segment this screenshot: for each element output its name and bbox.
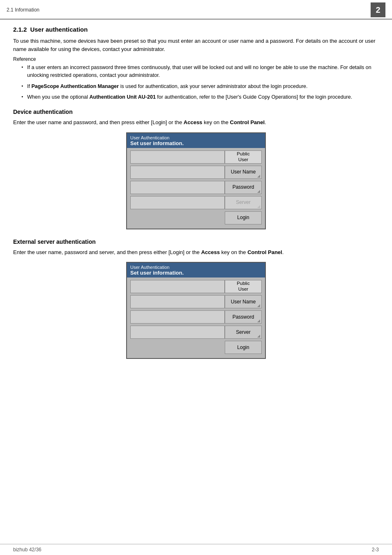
- device-auth-row-login: Login: [130, 211, 262, 224]
- password-button[interactable]: Password: [225, 181, 262, 194]
- ui-header-line1: User Authentication: [130, 135, 262, 140]
- device-auth-ui-body: PublicUser User Name Password Server: [127, 148, 265, 229]
- device-auth-row-server: Server: [130, 196, 262, 209]
- page-number-box: 2: [371, 2, 385, 17]
- ext-password-button[interactable]: Password: [225, 310, 262, 324]
- device-auth-ui-header: User Authentication Set user information…: [127, 133, 265, 148]
- ext-login-button[interactable]: Login: [225, 341, 262, 354]
- ext-auth-row-public: PublicUser: [130, 280, 262, 293]
- external-auth-ui-header: User Authentication Set user information…: [127, 263, 265, 278]
- device-auth-row-password: Password: [130, 181, 262, 194]
- ext-auth-row-login: Login: [130, 341, 262, 354]
- ext-username-button[interactable]: User Name: [225, 295, 262, 308]
- reference-label: Reference: [13, 56, 379, 62]
- ext-auth-row-username: User Name: [130, 295, 262, 308]
- device-auth-row-username: User Name: [130, 166, 262, 179]
- server-button-disabled: Server: [225, 196, 262, 209]
- ext-auth-row-password: Password: [130, 310, 262, 324]
- login-button[interactable]: Login: [225, 211, 262, 224]
- device-auth-ui: User Authentication Set user information…: [126, 132, 266, 229]
- ext-server-button[interactable]: Server: [225, 326, 262, 339]
- section-title: User authentication: [30, 26, 88, 33]
- ext-ui-header-line1: User Authentication: [130, 265, 262, 270]
- header-section-label: 2.1 Information: [7, 7, 39, 13]
- device-auth-title: Device authentication: [13, 109, 379, 115]
- bullet-list: If a user enters an incorrect password t…: [13, 64, 379, 101]
- intro-text: To use this machine, some devices have b…: [13, 37, 379, 53]
- username-button[interactable]: User Name: [225, 166, 262, 179]
- ext-ui-header-line2: Set user information.: [130, 270, 262, 276]
- public-user-button[interactable]: PublicUser: [225, 150, 262, 164]
- ui-header-line2: Set user information.: [130, 140, 262, 146]
- ext-public-user-button[interactable]: PublicUser: [225, 280, 262, 293]
- device-auth-description: Enter the user name and password, and th…: [13, 118, 379, 127]
- main-content: 2.1.2 User authentication To use this ma…: [0, 19, 392, 381]
- list-item: If PageScope Authentication Manager is u…: [21, 83, 379, 90]
- page-footer: bizhub 42/36 2-3: [0, 544, 392, 555]
- device-auth-row-public: PublicUser: [130, 150, 262, 164]
- list-item: When you use the optional Authentication…: [21, 93, 379, 101]
- external-auth-description: Enter the user name, password and server…: [13, 248, 379, 257]
- ext-auth-row-server: Server: [130, 326, 262, 339]
- footer-left: bizhub 42/36: [13, 547, 42, 553]
- external-auth-title: External server authentication: [13, 238, 379, 245]
- list-item: If a user enters an incorrect password t…: [21, 64, 379, 79]
- section-number: 2.1.2: [13, 26, 27, 33]
- external-auth-ui-body: PublicUser User Name Password Server: [127, 278, 265, 358]
- device-auth-ui-wrapper: User Authentication Set user information…: [13, 132, 379, 229]
- external-auth-ui-wrapper: User Authentication Set user information…: [13, 262, 379, 359]
- page-header: 2.1 Information 2: [0, 0, 392, 19]
- footer-right: 2-3: [372, 547, 379, 553]
- external-auth-ui: User Authentication Set user information…: [126, 262, 266, 359]
